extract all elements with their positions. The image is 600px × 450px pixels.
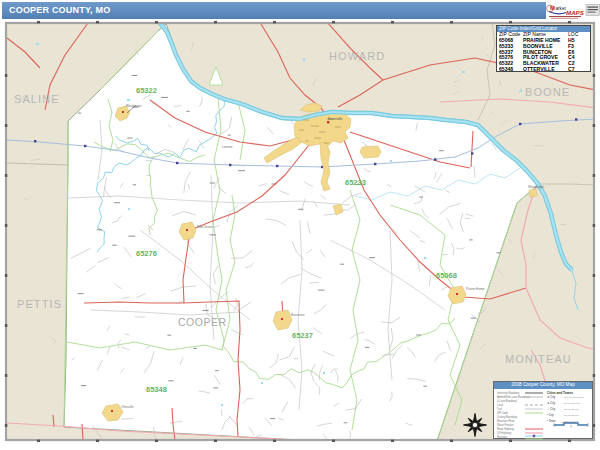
svg-text:Scale in Miles: Scale in Miles [562, 420, 577, 422]
svg-text:Interstate Roadway: Interstate Roadway [497, 391, 520, 395]
svg-text:65276: 65276 [136, 249, 157, 258]
svg-text:US Highway: US Highway [497, 431, 512, 435]
svg-text:Trail: Trail [497, 407, 502, 411]
svg-text:BOONE: BOONE [525, 86, 570, 98]
svg-text:4-Lane Roadway: 4-Lane Roadway [497, 399, 517, 403]
svg-text:Blackwater: Blackwater [126, 104, 143, 108]
svg-text:HOWARD: HOWARD [329, 50, 385, 62]
svg-text:Wooldridge: Wooldridge [528, 185, 544, 189]
svg-text:Bunceton: Bunceton [291, 313, 305, 317]
svg-text:Prairie Home: Prairie Home [466, 287, 485, 291]
svg-text:ZIP Code: ZIP Code [497, 411, 508, 415]
svg-text:• City: • City [547, 413, 554, 417]
svg-text:Over 100,000 sq/mi: Over 100,000 sq/mi [564, 396, 585, 399]
svg-text:65348: 65348 [146, 385, 167, 394]
svg-text:65068: 65068 [436, 271, 457, 280]
svg-text:★ City: ★ City [547, 395, 556, 399]
svg-text:PETTIS: PETTIS [17, 298, 62, 310]
svg-text:County Boundary: County Boundary [497, 415, 518, 419]
svg-text:65233: 65233 [345, 178, 366, 187]
svg-text:Water Feature: Water Feature [497, 423, 514, 427]
svg-text:MAPS: MAPS [566, 9, 585, 16]
svg-text:Railroad: Railroad [497, 435, 507, 439]
svg-text:10,000-25,000: 10,000-25,000 [564, 414, 580, 417]
svg-text:SALINE: SALINE [14, 93, 60, 105]
svg-text:Otterville: Otterville [121, 405, 134, 409]
svg-text:50,000-100,000: 50,000-100,000 [564, 402, 581, 405]
svg-text:65322: 65322 [136, 86, 157, 95]
svg-text:Pilot Grove: Pilot Grove [197, 225, 213, 229]
svg-text:Local: Local [497, 403, 504, 407]
svg-text:Lamine: Lamine [222, 145, 233, 149]
svg-text:25,000-50,000: 25,000-50,000 [564, 408, 580, 411]
svg-text:arket: arket [556, 6, 567, 11]
svg-text:MONITEAU: MONITEAU [505, 353, 572, 365]
svg-text:Boonville: Boonville [328, 117, 343, 121]
svg-text:COOPER: COOPER [178, 316, 227, 328]
svg-text:65237: 65237 [292, 331, 313, 340]
svg-text:Mountain Peak: Mountain Peak [497, 419, 515, 423]
svg-text:★ City: ★ City [547, 401, 556, 405]
svg-text:• Town: • Town [547, 419, 556, 423]
svg-text:Major Highway: Major Highway [497, 427, 515, 431]
svg-text:☆ City: ☆ City [547, 407, 556, 411]
